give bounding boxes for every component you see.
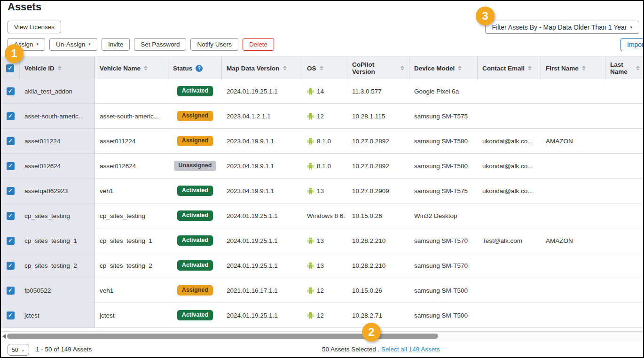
- row-checkbox[interactable]: ✓: [7, 162, 15, 170]
- row-checkbox[interactable]: ✓: [7, 311, 15, 319]
- cell-copilot: 10.27.0.2909: [347, 179, 409, 203]
- table-row: ✓jctestjctestActivated2024.01.19.25.1.11…: [1, 303, 644, 328]
- cell-select: ✓: [1, 278, 20, 303]
- cell-vehicle_id: assetqa062923: [20, 179, 95, 203]
- table-row: ✓cp_sites_testingcp_sites_testingActivat…: [1, 203, 644, 228]
- cell-select: ✓: [1, 129, 20, 153]
- cell-device: samsung SM-T580: [409, 129, 478, 153]
- row-checkbox[interactable]: ✓: [7, 237, 15, 245]
- selected-count-text: 50 Assets Selected .: [322, 346, 379, 353]
- cell-map_version: 2024.01.19.25.1.1: [222, 228, 302, 253]
- sort-icon[interactable]: [528, 66, 532, 70]
- cell-os: 8.1.0: [302, 129, 347, 153]
- cell-os: 12: [302, 278, 347, 303]
- cell-email: Test@alk.com: [478, 228, 541, 253]
- sort-icon[interactable]: [636, 66, 640, 70]
- page-size-value: 50: [12, 347, 18, 353]
- sort-icon[interactable]: [320, 66, 323, 70]
- set-password-button[interactable]: Set Password: [134, 38, 186, 51]
- column-header-device[interactable]: Device Model: [409, 57, 478, 79]
- os-value: 8.1.0: [307, 138, 331, 145]
- cell-email: [478, 203, 541, 228]
- cell-last_name: [605, 203, 644, 228]
- sort-icon[interactable]: [582, 66, 586, 70]
- cell-os: 12: [302, 104, 347, 128]
- cell-last_name: [605, 303, 644, 327]
- row-checkbox[interactable]: ✓: [7, 212, 15, 220]
- toolbar-top: View Licenses: [8, 21, 61, 33]
- os-label: 13: [317, 237, 324, 244]
- android-icon: [307, 262, 314, 269]
- os-label: 12: [317, 113, 324, 120]
- cell-vehicle_name: cp_sites_testing_2: [95, 253, 168, 278]
- row-checkbox[interactable]: ✓: [7, 262, 15, 270]
- cell-vehicle_name: asset012624: [95, 154, 168, 178]
- status-help-icon[interactable]: ?: [196, 65, 203, 72]
- cell-copilot: 11.3.0.577: [347, 79, 409, 103]
- notify-users-button[interactable]: Notify Users: [190, 38, 238, 51]
- select-all-checkbox[interactable]: ✓: [6, 64, 14, 72]
- cell-email: ukondai@alk.co...: [478, 179, 541, 203]
- status-badge: Assigned: [177, 111, 213, 121]
- row-checkbox[interactable]: ✓: [7, 187, 15, 195]
- column-header-vehicle_id[interactable]: Vehicle ID: [20, 57, 95, 79]
- chevron-down-icon: ▾: [630, 25, 632, 30]
- os-value: 12: [307, 287, 324, 294]
- column-header-last_name[interactable]: Last Name: [605, 57, 644, 79]
- cell-copilot: 10.28.2.71: [347, 303, 409, 327]
- cell-last_name: [605, 129, 644, 153]
- table-row: ✓akila_test_addonActivated2024.01.19.25.…: [1, 79, 644, 104]
- cell-email: [478, 104, 541, 128]
- invite-button[interactable]: Invite: [102, 38, 130, 51]
- row-checkbox[interactable]: ✓: [7, 87, 15, 95]
- cell-map_version: 2021.01.16.17.1.1: [222, 278, 302, 303]
- column-header-vehicle_name[interactable]: Vehicle Name: [95, 57, 168, 79]
- row-checkbox[interactable]: ✓: [7, 112, 15, 120]
- os-label: 14: [317, 88, 324, 95]
- cell-device: Win32 Desktop: [409, 203, 478, 228]
- column-header-first_name[interactable]: First Name: [541, 57, 605, 79]
- status-badge: Unassigned: [174, 161, 217, 171]
- column-header-email[interactable]: Contact Email: [478, 57, 541, 79]
- horizontal-scrollbar[interactable]: [1, 331, 644, 340]
- column-header-os[interactable]: OS: [302, 57, 347, 79]
- column-header-copilot[interactable]: CoPilot Version: [347, 57, 409, 79]
- os-label: 8.1.0: [317, 138, 331, 145]
- sort-icon[interactable]: [144, 66, 148, 70]
- row-checkbox[interactable]: ✓: [7, 287, 15, 295]
- cell-vehicle_id: cp_sites_testing_2: [20, 253, 95, 278]
- sort-icon[interactable]: [401, 66, 404, 70]
- sort-icon[interactable]: [58, 66, 62, 70]
- os-label: 8.1.0: [317, 163, 331, 170]
- column-header-map_version[interactable]: Map Data Version: [222, 57, 302, 79]
- page-size-select[interactable]: 50 ⌄: [8, 344, 29, 356]
- column-header-label: OS: [307, 65, 316, 72]
- scroll-left-arrow-icon[interactable]: [2, 334, 6, 339]
- filter-assets-dropdown[interactable]: Filter Assets By - Map Data Older Than 1…: [485, 21, 639, 34]
- cell-select: ✓: [1, 179, 20, 203]
- column-header-status: Status?: [168, 57, 222, 79]
- cell-vehicle_name: veh1: [95, 278, 168, 303]
- sort-icon[interactable]: [458, 66, 462, 70]
- unassign-dropdown-button[interactable]: Un-Assign ▾: [49, 38, 97, 51]
- view-licenses-button[interactable]: View Licenses: [8, 21, 61, 33]
- row-checkbox[interactable]: ✓: [7, 137, 15, 145]
- cell-map_version: 2023.04.19.9.1.1: [222, 154, 302, 178]
- page-title: Assets: [8, 1, 41, 13]
- cell-vehicle_name: cp_sites_testing_1: [95, 228, 168, 253]
- cell-last_name: [605, 278, 644, 303]
- sort-icon[interactable]: [283, 66, 287, 70]
- cell-device: samsung SM-T570: [409, 228, 478, 253]
- android-icon: [307, 312, 314, 319]
- cell-os: 14: [302, 79, 347, 103]
- delete-button[interactable]: Delete: [243, 38, 274, 51]
- cell-vehicle_name: veh1: [95, 179, 168, 203]
- import-button[interactable]: Import: [620, 38, 644, 51]
- cell-copilot: 10.28.2.210: [347, 228, 409, 253]
- callout-badge-3: 3: [476, 7, 495, 25]
- chevron-down-icon: ▾: [88, 42, 91, 47]
- cell-last_name: [605, 228, 644, 253]
- os-label: 13: [317, 262, 324, 269]
- select-all-link[interactable]: Select all 149 Assets: [381, 346, 440, 353]
- cell-device: Google Pixel 6a: [409, 79, 478, 103]
